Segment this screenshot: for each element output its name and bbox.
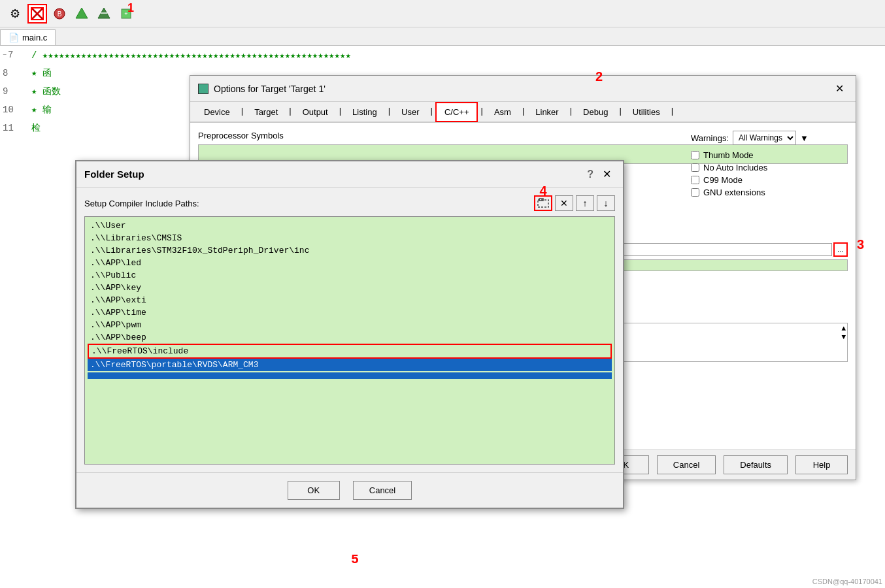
warnings-row: Warnings: All Warnings ▼ — [691, 131, 848, 145]
code-content-7: / ★★★★★★★★★★★★★★★★★★★★★★★★★★★★★★★★★★★★★★… — [29, 50, 351, 61]
line-number-11: 11 — [3, 123, 29, 133]
tab-sep-9: | — [616, 102, 624, 122]
path-item-8[interactable]: .\\APP\pwm — [88, 319, 612, 331]
warnings-dropdown-arrow: ▼ — [800, 133, 809, 143]
tab-output[interactable]: Output — [294, 102, 337, 122]
path-item-5[interactable]: .\\APP\key — [88, 282, 612, 294]
build-icon — [30, 7, 44, 21]
toolbar-btn-4[interactable] — [94, 4, 114, 24]
add-folder-btn-wrapper: 4 — [534, 195, 552, 211]
move-down-btn[interactable]: ↓ — [597, 195, 615, 211]
annotation-1: 1 — [127, 1, 134, 15]
collapse-icon[interactable]: − — [3, 52, 7, 59]
new-folder-icon — [537, 198, 549, 208]
folder-titlebar-buttons: ? ✕ — [587, 167, 615, 182]
tab-bar: 📄 main.c — [0, 27, 885, 46]
path-item-0[interactable]: .\\User — [88, 220, 612, 232]
toolbar-button-1[interactable]: ⚙ — [5, 4, 25, 24]
path-item-7[interactable]: .\\APP\time — [88, 306, 612, 319]
path-item-4[interactable]: .\\Public — [88, 269, 612, 282]
tab-cpp[interactable]: C/C++ — [435, 102, 478, 122]
toolbar: 1 ⚙ B + — [0, 0, 885, 27]
path-item-6[interactable]: .\\APP\exti — [88, 294, 612, 306]
tab-asm[interactable]: Asm — [486, 102, 520, 122]
folder-cancel-btn[interactable]: Cancel — [353, 481, 412, 500]
folder-toolbar: Setup Compiler Include Paths: 4 ✕ ↑ ↓ — [84, 195, 615, 211]
code-line-7: − 7 / ★★★★★★★★★★★★★★★★★★★★★★★★★★★★★★★★★★… — [0, 46, 885, 64]
no-auto-includes-label: No Auto Includes — [703, 163, 767, 172]
c99-mode-label: C99 Mode — [703, 175, 743, 185]
toolbar-icon-4 — [97, 7, 111, 21]
delete-folder-btn[interactable]: ✕ — [555, 195, 573, 211]
tab-sep-6: | — [478, 102, 485, 122]
annotation-3: 3 — [857, 237, 864, 252]
browse-include-path-btn[interactable]: ... — [833, 242, 848, 257]
options-dialog-title: Options for Target 'Target 1' — [214, 84, 326, 94]
tab-debug[interactable]: Debug — [575, 102, 616, 122]
thumb-mode-label: Thumb Mode — [703, 150, 754, 160]
tab-label: main.c — [22, 33, 47, 42]
move-up-btn[interactable]: ↑ — [576, 195, 594, 211]
options-defaults-btn[interactable]: Defaults — [724, 455, 788, 474]
code-content-11: 检 — [29, 122, 41, 134]
options-cancel-btn[interactable]: Cancel — [657, 455, 716, 474]
path-item-9[interactable]: .\\APP\beep — [88, 331, 612, 344]
tab-target[interactable]: Target — [246, 102, 286, 122]
folder-dialog-title: Folder Setup — [84, 169, 144, 180]
misc-scrollbar: ▲ ▼ — [841, 325, 846, 341]
warnings-label: Warnings: — [691, 133, 729, 143]
no-auto-includes-checkbox[interactable] — [691, 163, 699, 172]
code-content-9: ★ 函数 — [29, 86, 61, 97]
tab-sep-10: | — [669, 102, 676, 122]
tab-main-c[interactable]: 📄 main.c — [0, 29, 56, 45]
folder-action-buttons: 4 ✕ ↑ ↓ — [534, 195, 615, 211]
path-item-11[interactable]: .\\FreeRTOS\portable\RVDS\ARM_CM3 — [88, 359, 612, 371]
annotation-2: 2 — [595, 69, 603, 84]
line-number-8: 8 — [3, 68, 29, 78]
svg-marker-5 — [76, 8, 88, 18]
line-number-9: 9 — [3, 86, 29, 97]
path-item-3[interactable]: .\\APP\led — [88, 257, 612, 269]
path-item-10[interactable]: .\\FreeRTOS\include — [88, 344, 612, 359]
tab-sep-8: | — [567, 102, 575, 122]
scroll-down-arrow[interactable]: ▼ — [841, 333, 846, 341]
toolbar-icon-3 — [75, 7, 89, 21]
path-list: 5 .\\User .\\Libraries\CMSIS .\\Librarie… — [84, 216, 615, 465]
folder-setup-dialog: Folder Setup ? ✕ Setup Compiler Include … — [75, 160, 624, 509]
watermark: CSDN@qq-40170041 — [812, 578, 882, 585]
tab-sep-5: | — [428, 102, 435, 122]
scroll-up-arrow[interactable]: ▲ — [841, 325, 846, 333]
question-mark: ? — [587, 169, 593, 180]
thumb-mode-row: Thumb Mode — [691, 150, 848, 160]
tab-linker[interactable]: Linker — [527, 102, 567, 122]
no-auto-includes-row: No Auto Includes — [691, 163, 848, 172]
warnings-select[interactable]: All Warnings — [733, 131, 796, 145]
options-close-btn[interactable]: ✕ — [831, 81, 848, 96]
preprocessor-label: Preprocessor Symbols — [198, 131, 284, 140]
toolbar-btn-2[interactable]: B — [50, 4, 69, 24]
tab-utilities[interactable]: Utilities — [624, 102, 669, 122]
options-help-btn[interactable]: Help — [795, 455, 848, 474]
tab-listing[interactable]: Listing — [344, 102, 386, 122]
line-number-10: 10 — [3, 105, 29, 115]
gnu-ext-label: GNU extensions — [703, 188, 765, 197]
folder-close-btn[interactable]: ✕ — [599, 167, 615, 182]
toolbar-build-btn[interactable] — [27, 4, 47, 24]
svg-text:B: B — [58, 10, 62, 18]
options-tabs: Device | Target | Output | Listing | Use… — [190, 102, 856, 123]
path-item-2[interactable]: .\\Libraries\STM32F10x_StdPeriph_Driver\… — [88, 244, 612, 257]
c99-mode-checkbox[interactable] — [691, 176, 699, 184]
tab-device[interactable]: Device — [195, 102, 239, 122]
folder-ok-btn[interactable]: OK — [288, 481, 340, 500]
thumb-mode-checkbox[interactable] — [691, 151, 699, 159]
toolbar-btn-3[interactable] — [72, 4, 92, 24]
toolbar-icon-2: B — [52, 7, 67, 21]
tab-sep-4: | — [386, 102, 393, 122]
gnu-ext-checkbox[interactable] — [691, 188, 699, 197]
tab-user[interactable]: User — [393, 102, 427, 122]
folder-footer: OK Cancel — [76, 472, 623, 508]
options-titlebar: Options for Target 'Target 1' 2 ✕ — [190, 76, 856, 102]
path-item-1[interactable]: .\\Libraries\CMSIS — [88, 232, 612, 244]
options-title-left: Options for Target 'Target 1' — [198, 84, 326, 94]
folder-setup-label: Setup Compiler Include Paths: — [84, 199, 199, 208]
